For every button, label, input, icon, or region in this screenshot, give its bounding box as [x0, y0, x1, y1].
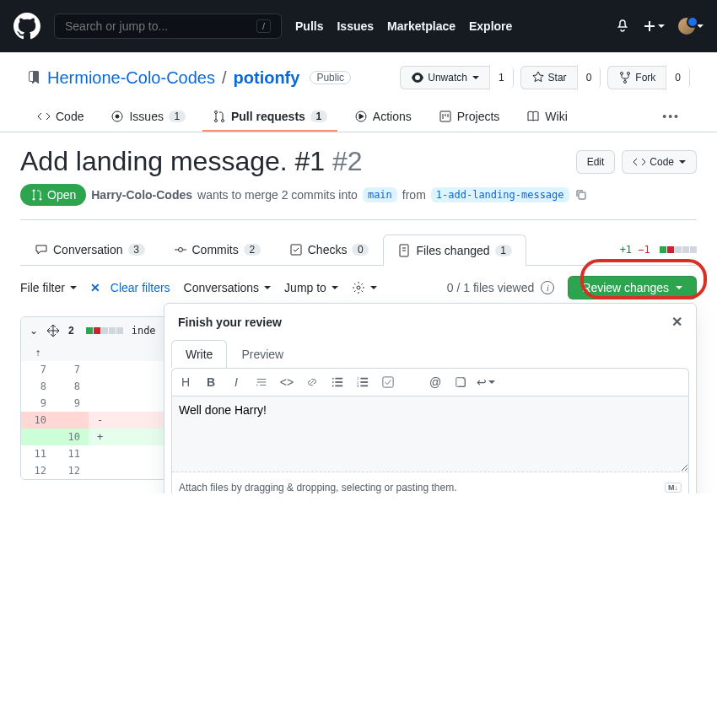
tab-projects[interactable]: Projects — [429, 103, 510, 132]
review-comment-textarea[interactable] — [172, 396, 688, 472]
preview-tab[interactable]: Preview — [227, 340, 298, 368]
heading-icon[interactable]: H — [179, 375, 192, 389]
popup-title: Finish your review — [178, 315, 282, 329]
base-branch[interactable]: main — [363, 187, 397, 202]
tab-code[interactable]: Code — [27, 103, 94, 132]
fork-icon — [618, 71, 632, 84]
svg-point-11 — [33, 198, 35, 201]
visibility-badge: Public — [310, 71, 351, 84]
markdown-badge[interactable]: M↓ — [665, 483, 682, 493]
info-icon[interactable]: i — [541, 281, 554, 294]
review-changes-button[interactable]: Review changes — [568, 276, 697, 299]
svg-point-10 — [33, 190, 35, 192]
filename[interactable]: inde — [132, 325, 156, 337]
commit-icon — [174, 243, 187, 256]
task-list-icon[interactable] — [381, 375, 395, 389]
svg-rect-27 — [360, 378, 368, 380]
clear-filters-button[interactable]: ✕ Clear filters — [90, 281, 170, 294]
copy-icon[interactable] — [574, 188, 588, 202]
collapse-file[interactable]: ⌄ — [30, 325, 38, 337]
pr-open-icon — [30, 188, 44, 202]
star-button[interactable]: Star 0 — [520, 66, 601, 89]
pr-tabs: Conversation3 Commits2 Checks0 Files cha… — [20, 234, 697, 266]
number-list-icon[interactable]: 123 — [356, 375, 369, 389]
diff-stat: 2 — [68, 325, 74, 337]
nav-explore[interactable]: Explore — [469, 19, 512, 33]
unwatch-button[interactable]: Unwatch 1 — [400, 66, 513, 89]
bell-icon[interactable] — [616, 19, 629, 33]
svg-point-1 — [628, 73, 630, 75]
state-badge: Open — [20, 184, 86, 206]
mention-icon[interactable]: @ — [429, 375, 442, 389]
svg-rect-28 — [360, 381, 368, 383]
fork-button[interactable]: Fork 0 — [607, 66, 690, 89]
tab-actions[interactable]: Actions — [344, 103, 422, 132]
tab-pull-requests[interactable]: Pull requests1 — [202, 103, 337, 132]
top-nav: Pulls Issues Marketplace Explore — [295, 19, 512, 33]
github-logo-icon[interactable] — [13, 13, 40, 40]
tab-conversation[interactable]: Conversation3 — [20, 234, 159, 265]
quote-icon[interactable] — [255, 375, 268, 389]
book-icon — [526, 110, 540, 123]
repo-nav-more[interactable]: ••• — [652, 103, 690, 132]
bold-icon[interactable]: B — [204, 375, 218, 389]
pr-title: Add landing message. #1 #2 — [20, 146, 363, 177]
tab-issues[interactable]: Issues1 — [100, 103, 195, 132]
svg-point-18 — [332, 378, 334, 380]
svg-rect-30 — [383, 377, 393, 387]
star-icon — [531, 71, 545, 84]
tab-checks[interactable]: Checks0 — [275, 234, 384, 265]
attach-hint[interactable]: Attach files by dragging & dropping, sel… — [179, 482, 457, 493]
svg-rect-29 — [360, 386, 368, 387]
svg-point-7 — [221, 120, 224, 122]
svg-point-4 — [116, 115, 119, 118]
svg-rect-22 — [335, 381, 342, 383]
conversations-dropdown[interactable]: Conversations — [184, 281, 272, 294]
svg-rect-13 — [579, 192, 585, 199]
tab-commits[interactable]: Commits2 — [159, 234, 275, 265]
author-link[interactable]: Harry-Colo-Codes — [91, 188, 192, 202]
jump-to-dropdown[interactable]: Jump to — [284, 281, 338, 294]
repo-header: Hermione-Colo-Codes / potionfy Public Un… — [0, 52, 717, 132]
head-branch[interactable]: 1-add-landing-message — [431, 187, 569, 202]
code-icon[interactable]: <> — [280, 375, 294, 389]
svg-point-17 — [357, 286, 360, 289]
nav-pulls[interactable]: Pulls — [295, 19, 323, 33]
review-popup: Finish your review ✕ Write Preview H B I… — [164, 303, 697, 493]
close-icon[interactable]: ✕ — [671, 314, 682, 330]
svg-rect-23 — [335, 386, 342, 387]
write-tab[interactable]: Write — [171, 340, 227, 368]
create-menu[interactable] — [643, 19, 665, 33]
user-menu[interactable] — [678, 18, 704, 35]
repo-name-link[interactable]: potionfy — [234, 68, 300, 88]
global-search[interactable]: / — [54, 13, 282, 39]
italic-icon[interactable]: I — [229, 375, 243, 389]
svg-point-6 — [214, 120, 217, 122]
eye-icon — [411, 71, 424, 84]
reply-icon[interactable]: ↩ — [479, 375, 493, 389]
nav-marketplace[interactable]: Marketplace — [387, 19, 456, 33]
reference-icon[interactable] — [454, 375, 467, 389]
search-input[interactable] — [65, 19, 256, 33]
code-icon — [37, 110, 51, 123]
edit-button[interactable]: Edit — [576, 150, 616, 174]
code-icon — [633, 155, 646, 169]
svg-point-19 — [332, 381, 334, 383]
code-dropdown-button[interactable]: Code — [622, 150, 697, 174]
checklist-icon — [289, 243, 303, 256]
tab-wiki[interactable]: Wiki — [516, 103, 577, 132]
projects-icon — [439, 110, 452, 123]
svg-point-20 — [332, 386, 334, 387]
svg-point-5 — [214, 111, 217, 114]
repo-owner-link[interactable]: Hermione-Colo-Codes — [47, 68, 215, 88]
nav-issues[interactable]: Issues — [337, 19, 374, 33]
bullet-list-icon[interactable] — [331, 375, 344, 389]
move-icon[interactable] — [46, 324, 60, 337]
svg-point-14 — [178, 248, 182, 252]
tab-files-changed[interactable]: Files changed1 — [383, 235, 526, 266]
pr-meta: Open Harry-Colo-Codes wants to merge 2 c… — [20, 184, 697, 220]
diff-settings[interactable] — [352, 281, 377, 294]
link-icon[interactable] — [305, 375, 319, 389]
gear-icon — [352, 281, 365, 294]
file-filter-dropdown[interactable]: File filter — [20, 281, 77, 294]
